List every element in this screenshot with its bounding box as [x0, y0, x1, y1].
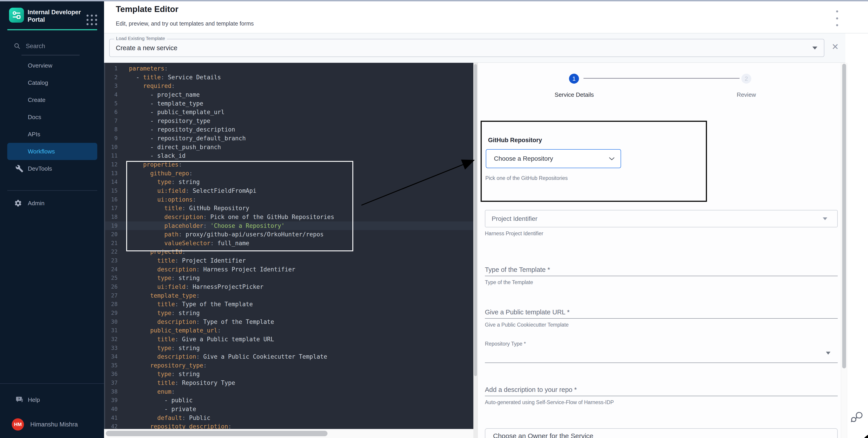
- code-line-38[interactable]: 38 enum:: [105, 388, 473, 396]
- sidebar-item-overview[interactable]: Overview: [7, 57, 97, 74]
- code-line-21[interactable]: 21 valueSelector: full_name: [105, 239, 473, 248]
- code-line-1[interactable]: 1parameters:: [105, 64, 473, 73]
- template-type-field[interactable]: Type of the Template * Type of the Templ…: [485, 266, 838, 273]
- page-subtitle: Edit, preview, and try out templates and…: [116, 20, 254, 27]
- code-line-10[interactable]: 10 - direct_push_branch: [105, 143, 473, 151]
- code-line-15[interactable]: 15 ui:field: SelectFieldFromApi: [105, 187, 473, 195]
- user-menu[interactable]: HM Himanshu Mishra: [7, 416, 97, 433]
- code-text: placeholder: 'Choose a Repository': [129, 222, 285, 230]
- code-text: enum:: [129, 388, 175, 396]
- code-line-37[interactable]: 37 title: Repository Type: [105, 378, 473, 388]
- sidebar-item-docs[interactable]: Docs: [7, 108, 97, 126]
- repo-description-field[interactable]: Add a description to your repo * Auto-ge…: [485, 386, 838, 394]
- close-icon[interactable]: ✕: [830, 41, 841, 53]
- dropdown-caret-icon: [823, 217, 827, 220]
- code-text: title: Repository Type: [129, 378, 235, 388]
- project-identifier-select[interactable]: Project Identifier: [485, 210, 838, 227]
- code-line-29[interactable]: 29 type: string: [105, 309, 473, 317]
- sidebar-item-admin[interactable]: Admin: [7, 195, 97, 212]
- code-line-19[interactable]: 19 placeholder: 'Choose a Repository': [105, 222, 473, 230]
- code-text: ui:options:: [129, 195, 196, 204]
- sidebar-item-help[interactable]: ? Help: [7, 391, 97, 408]
- line-number: 30: [105, 317, 129, 326]
- code-line-27[interactable]: 27 template_type:: [105, 291, 473, 300]
- code-line-35[interactable]: 35 repository_type:: [105, 361, 473, 370]
- code-line-31[interactable]: 31 public_template_url:: [105, 326, 473, 335]
- support-chat-icon[interactable]: [850, 410, 864, 424]
- code-line-12[interactable]: 12 properties:: [105, 160, 473, 169]
- code-line-9[interactable]: 9 - repository_default_branch: [105, 134, 473, 143]
- step-2-indicator[interactable]: 2: [741, 74, 751, 83]
- code-line-40[interactable]: 40 - private: [105, 405, 473, 413]
- code-line-7[interactable]: 7 - repository_type: [105, 116, 473, 126]
- dropdown-caret-icon[interactable]: [812, 46, 817, 49]
- line-number: 32: [105, 335, 129, 344]
- code-line-13[interactable]: 13 github_repo:: [105, 169, 473, 178]
- code-line-17[interactable]: 17 title: GitHub Repository: [105, 204, 473, 213]
- code-line-8[interactable]: 8 - repositoty_description: [105, 125, 473, 134]
- github-repository-select[interactable]: Choose a Repository: [486, 149, 621, 168]
- page-scrollbar-thumb[interactable]: [842, 64, 846, 368]
- sidebar-item-workflows[interactable]: Workflows: [7, 143, 97, 160]
- kebab-menu-icon[interactable]: [834, 10, 840, 26]
- editor-horizontal-scrollbar-thumb[interactable]: [106, 431, 328, 436]
- sidebar-item-catalog[interactable]: Catalog: [7, 74, 97, 91]
- code-line-16[interactable]: 16 ui:options:: [105, 195, 473, 204]
- sidebar-search[interactable]: Search: [13, 41, 90, 51]
- code-text: description: Harness Project Identifier: [129, 265, 296, 274]
- sidebar-item-apis[interactable]: APIs: [7, 126, 97, 143]
- editor-vertical-scrollbar-thumb[interactable]: [474, 64, 477, 376]
- code-line-5[interactable]: 5 - template_type: [105, 99, 473, 108]
- code-line-14[interactable]: 14 type: string: [105, 178, 473, 187]
- code-text: type: string: [129, 274, 200, 282]
- code-text: public_template_url:: [129, 326, 221, 335]
- code-line-11[interactable]: 11 - slack_id: [105, 151, 473, 160]
- sidebar-nav: OverviewCatalogCreateDocsAPIsWorkflowsDe…: [7, 57, 97, 177]
- code-line-28[interactable]: 28 title: Type of the Template: [105, 300, 473, 309]
- sidebar-item-label: Overview: [28, 62, 52, 69]
- code-line-33[interactable]: 33 type: string: [105, 344, 473, 352]
- code-text: title: Project Identifier: [129, 256, 246, 265]
- repository-type-underline[interactable]: [485, 363, 838, 363]
- code-text: type: string: [129, 370, 200, 378]
- apps-grid-icon[interactable]: [86, 13, 98, 26]
- load-template-select[interactable]: [109, 39, 824, 57]
- line-number: 27: [105, 291, 129, 300]
- sidebar-item-create[interactable]: Create: [7, 91, 97, 108]
- code-line-2[interactable]: 2 - title: Service Details: [105, 73, 473, 82]
- code-line-32[interactable]: 32 title: Give a Public template URL: [105, 335, 473, 344]
- code-line-34[interactable]: 34 description: Give a Public Cookiecutt…: [105, 352, 473, 361]
- app-logo[interactable]: [9, 8, 24, 23]
- code-line-20[interactable]: 20 path: proxy/github-api/users/OrkoHunt…: [105, 230, 473, 239]
- code-line-39[interactable]: 39 - public: [105, 396, 473, 405]
- line-number: 12: [105, 160, 129, 169]
- field-helper: Auto-generated using Self-Service-Flow o…: [485, 399, 614, 406]
- code-line-36[interactable]: 36 type: string: [105, 370, 473, 378]
- code-line-22[interactable]: 22 projectId:: [105, 247, 473, 256]
- line-number: 25: [105, 274, 129, 282]
- step-1-indicator[interactable]: 1: [569, 74, 579, 83]
- sidebar-item-devtools[interactable]: DevTools: [7, 160, 97, 177]
- sidebar-item-label: Docs: [28, 114, 41, 121]
- code-line-41[interactable]: 41 default: Public: [105, 413, 473, 423]
- code-line-24[interactable]: 24 description: Harness Project Identifi…: [105, 265, 473, 274]
- code-line-30[interactable]: 30 description: Type of the Template: [105, 317, 473, 326]
- code-line-6[interactable]: 6 - public_template_url: [105, 108, 473, 116]
- yaml-editor[interactable]: 1parameters:2 - title: Service Details3 …: [104, 63, 473, 438]
- public-template-url-field[interactable]: Give a Public template URL * Give a Publ…: [485, 308, 838, 316]
- line-number: 21: [105, 239, 129, 248]
- code-line-3[interactable]: 3 required:: [105, 81, 473, 91]
- grid-dots-icon: [86, 13, 98, 26]
- code-line-18[interactable]: 18 description: Pick one of the GitHub R…: [105, 213, 473, 222]
- help-chat-icon: ?: [16, 396, 24, 404]
- code-line-23[interactable]: 23 title: Project Identifier: [105, 256, 473, 265]
- code-text: required:: [129, 81, 175, 91]
- dropdown-caret-icon[interactable]: [826, 352, 831, 355]
- step-number: 1: [572, 75, 576, 82]
- code-line-26[interactable]: 26 ui:field: HarnessProjectPicker: [105, 282, 473, 291]
- code-line-4[interactable]: 4 - project_name: [105, 91, 473, 99]
- search-label: Search: [26, 43, 45, 50]
- line-number: 38: [105, 388, 129, 396]
- search-icon: [13, 42, 21, 50]
- code-line-25[interactable]: 25 type: string: [105, 274, 473, 282]
